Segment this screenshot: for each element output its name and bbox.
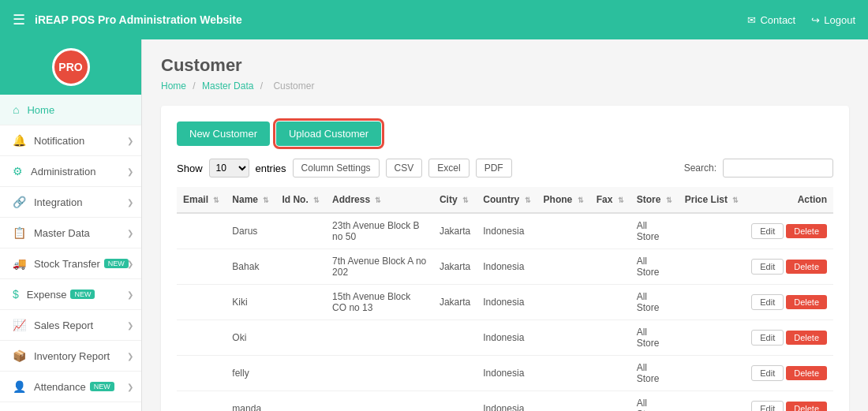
show-label: Show	[177, 163, 203, 174]
delete-button[interactable]: Delete	[786, 366, 827, 380]
cell-phone	[537, 391, 590, 412]
sort-icon: ⇅	[313, 196, 320, 204]
show-entries-select[interactable]: 10 25 50 100	[209, 159, 249, 177]
pdf-button[interactable]: PDF	[476, 159, 512, 177]
sort-icon: ⇅	[666, 196, 672, 204]
sort-icon: ⇅	[578, 196, 584, 204]
edit-button[interactable]: Edit	[751, 365, 784, 381]
cell-city: Jakarta	[433, 285, 477, 320]
hamburger-icon[interactable]: ☰	[13, 11, 25, 28]
edit-button[interactable]: Edit	[751, 259, 784, 275]
cell-name: felly	[226, 356, 275, 391]
cell-action: Edit Delete	[745, 213, 833, 249]
column-settings-button[interactable]: Column Settings	[293, 159, 380, 177]
logout-link[interactable]: ↪ Logout	[811, 14, 855, 26]
chevron-right-icon: ❯	[127, 136, 133, 145]
cell-name: Bahak	[226, 249, 275, 285]
sort-icon: ⇅	[375, 196, 381, 204]
excel-button[interactable]: Excel	[428, 159, 469, 177]
cell-price-list	[679, 213, 745, 249]
cell-name: manda	[226, 391, 275, 412]
table-controls-left: Show 10 25 50 100 entries Column Setting…	[177, 159, 512, 177]
cell-address	[326, 320, 433, 356]
dollar-icon: $	[13, 288, 19, 301]
delete-button[interactable]: Delete	[786, 331, 827, 345]
cell-fax	[590, 356, 630, 391]
upload-customer-button[interactable]: Upload Customer	[276, 121, 381, 146]
truck-icon: 🚚	[13, 257, 26, 270]
sidebar-item-notification[interactable]: 🔔 Notification ❯	[0, 125, 141, 156]
cell-store: All Store	[630, 285, 679, 320]
cell-address: 7th Avenue Block A no 202	[326, 249, 433, 285]
sidebar-item-integration[interactable]: 🔗 Integration ❯	[0, 187, 141, 218]
cell-price-list	[679, 285, 745, 320]
new-customer-button[interactable]: New Customer	[177, 121, 270, 146]
edit-button[interactable]: Edit	[751, 223, 784, 239]
new-badge: NEW	[90, 382, 114, 391]
sidebar-item-master-data[interactable]: 📋 Master Data ❯	[0, 218, 141, 248]
table-controls: Show 10 25 50 100 entries Column Setting…	[177, 159, 833, 177]
breadcrumb-master-data[interactable]: Master Data	[202, 80, 253, 92]
table-header-row: Email ⇅ Name ⇅ Id No. ⇅ Address ⇅ City ⇅…	[177, 187, 833, 213]
sort-icon: ⇅	[462, 196, 469, 204]
sidebar-item-home[interactable]: ⌂ Home	[0, 95, 141, 125]
navbar: ☰ iREAP POS Pro Administration Website ✉…	[0, 0, 868, 39]
sidebar-item-invoice-report[interactable]: 🧾 Invoice Report ❯	[0, 402, 141, 411]
cell-fax	[590, 285, 630, 320]
logout-icon: ↪	[811, 14, 820, 26]
cell-phone	[537, 320, 590, 356]
col-action: Action	[745, 187, 833, 213]
cell-phone	[537, 213, 590, 249]
cell-store: All Store	[630, 320, 679, 356]
logo: PRO	[52, 48, 90, 86]
sidebar-item-administration[interactable]: ⚙ Administration ❯	[0, 156, 141, 187]
search-input[interactable]	[723, 159, 833, 177]
cell-name: Oki	[226, 320, 275, 356]
cell-address: 15th Avenue Block CO no 13	[326, 285, 433, 320]
cell-fax	[590, 391, 630, 412]
entries-label: entries	[256, 163, 286, 174]
sidebar-item-sales-report[interactable]: 📈 Sales Report ❯	[0, 310, 141, 341]
cell-email	[177, 320, 226, 356]
sort-icon: ⇅	[618, 196, 624, 204]
delete-button[interactable]: Delete	[786, 260, 827, 274]
delete-button[interactable]: Delete	[786, 402, 827, 411]
col-email: Email ⇅	[177, 187, 226, 213]
cell-action: Edit Delete	[745, 285, 833, 320]
cell-phone	[537, 356, 590, 391]
sidebar-item-inventory-report[interactable]: 📦 Inventory Report ❯	[0, 341, 141, 372]
csv-button[interactable]: CSV	[386, 159, 423, 177]
cell-email	[177, 249, 226, 285]
sort-icon: ⇅	[213, 196, 219, 204]
cell-price-list	[679, 320, 745, 356]
edit-button[interactable]: Edit	[751, 294, 784, 310]
sidebar-item-expense[interactable]: $ Expense NEW ❯	[0, 279, 141, 310]
cell-fax	[590, 320, 630, 356]
col-fax: Fax ⇅	[590, 187, 630, 213]
cell-name: Darus	[226, 213, 275, 249]
sidebar-item-stock-transfer[interactable]: 🚚 Stock Transfer NEW ❯	[0, 248, 141, 279]
delete-button[interactable]: Delete	[786, 224, 827, 238]
table-row: Oki Indonesia All Store Edit Delete	[177, 320, 833, 356]
chevron-right-icon: ❯	[127, 321, 133, 330]
cell-country: Indonesia	[477, 249, 537, 285]
edit-button[interactable]: Edit	[751, 330, 784, 346]
col-phone: Phone ⇅	[537, 187, 590, 213]
chart-icon: 📈	[13, 319, 26, 331]
cell-action: Edit Delete	[745, 356, 833, 391]
edit-button[interactable]: Edit	[751, 401, 784, 411]
cell-city	[433, 391, 477, 412]
delete-button[interactable]: Delete	[786, 295, 827, 309]
contact-icon: ✉	[747, 14, 756, 26]
col-city: City ⇅	[433, 187, 477, 213]
layout: PRO ⌂ Home 🔔 Notification ❯ ⚙ Administra…	[0, 39, 868, 411]
sort-icon: ⇅	[732, 196, 739, 204]
cell-country: Indonesia	[477, 356, 537, 391]
breadcrumb-home[interactable]: Home	[161, 80, 186, 92]
cell-idno	[275, 320, 326, 356]
col-name: Name ⇅	[226, 187, 275, 213]
col-address: Address ⇅	[326, 187, 433, 213]
sidebar-item-attendance[interactable]: 👤 Attendance NEW ❯	[0, 372, 141, 402]
contact-link[interactable]: ✉ Contact	[747, 14, 795, 26]
table-row: Kiki 15th Avenue Block CO no 13 Jakarta …	[177, 285, 833, 320]
